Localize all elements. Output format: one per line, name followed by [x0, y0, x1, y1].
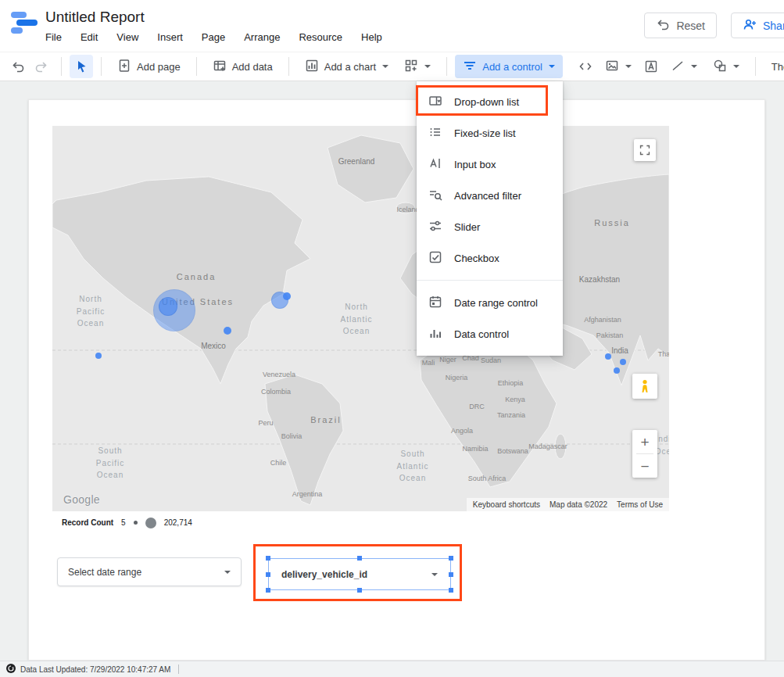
zoom-in-button[interactable]: +	[632, 430, 657, 453]
map-attribution: Keyboard shortcuts Map data ©2022 Terms …	[467, 498, 669, 511]
share-button[interactable]: Share	[731, 13, 784, 38]
checkbox-icon	[428, 250, 442, 267]
google-maps-logo: Google	[63, 493, 100, 506]
toolbar-divider	[755, 57, 756, 76]
menu-edit[interactable]: Edit	[81, 31, 98, 43]
chevron-down-icon	[549, 65, 555, 68]
app-header: Untitled Report File Edit View Insert Pa…	[0, 0, 784, 52]
dropdown-list-control[interactable]: delivery_vehicle_id	[268, 558, 451, 590]
selection-handle[interactable]	[357, 588, 362, 593]
theme-layout-button[interactable]: Theme and layout	[764, 55, 784, 78]
select-tool-button[interactable]	[70, 55, 93, 78]
community-visualizations-button[interactable]	[396, 55, 439, 78]
toolbar: Add page Add data Add a chart Add a cont…	[0, 52, 784, 81]
selection-handle[interactable]	[449, 572, 453, 577]
selection-handle[interactable]	[266, 572, 270, 577]
add-chart-button[interactable]: Add a chart	[297, 55, 397, 78]
input-box-icon	[428, 156, 442, 173]
chevron-down-icon	[625, 65, 632, 68]
status-bar: Data Last Updated: 7/29/2022 10:47:27 AM	[0, 661, 784, 677]
statusbar-divider	[178, 664, 179, 674]
advanced-filter-icon	[428, 188, 442, 204]
add-chart-icon	[305, 59, 319, 75]
menu-item-date-range-control[interactable]: Date range control	[417, 287, 563, 318]
keyboard-shortcuts-link[interactable]: Keyboard shortcuts	[473, 500, 540, 509]
menu-item-data-control[interactable]: Data control	[417, 318, 563, 349]
legend-small-bubble-icon	[134, 521, 138, 525]
slider-icon	[428, 219, 442, 235]
menu-item-advanced-filter[interactable]: Advanced filter	[417, 180, 563, 211]
report-title[interactable]: Untitled Report	[45, 9, 145, 26]
data-studio-logo	[11, 11, 38, 34]
menu-page[interactable]: Page	[202, 31, 225, 43]
menu-item-checkbox[interactable]: Checkbox	[417, 242, 563, 274]
chevron-down-icon	[382, 65, 388, 68]
text-button[interactable]	[639, 55, 663, 78]
add-control-menu: Drop-down list Fixed-size list Input box…	[417, 81, 563, 356]
menu-insert[interactable]: Insert	[157, 31, 183, 43]
chevron-down-icon	[424, 65, 431, 68]
menu-item-input-box[interactable]: Input box	[417, 149, 563, 180]
chevron-down-icon	[224, 571, 231, 574]
filter-control-icon	[463, 59, 477, 75]
zoom-control: + −	[632, 430, 657, 478]
menu-help[interactable]: Help	[361, 31, 382, 43]
map-bubble	[605, 353, 611, 360]
menu-view[interactable]: View	[116, 31, 138, 43]
date-range-icon	[428, 295, 442, 311]
pegman-street-view-icon[interactable]	[632, 374, 657, 399]
map-bubble	[283, 292, 291, 300]
selection-handle[interactable]	[449, 556, 453, 561]
map-bubble	[224, 327, 231, 335]
add-control-button[interactable]: Add a control	[455, 55, 563, 78]
add-data-button[interactable]: Add data	[205, 55, 281, 78]
menu-item-fixed-size-list[interactable]: Fixed-size list	[417, 117, 563, 149]
line-button[interactable]	[663, 55, 705, 78]
embed-button[interactable]	[574, 55, 597, 78]
redo-button[interactable]	[30, 55, 53, 78]
map-bubble	[620, 359, 626, 365]
record-count-legend: Record Count 5 202,714	[62, 517, 192, 528]
toolbar-divider	[446, 57, 447, 76]
map-data-copyright: Map data ©2022	[550, 500, 607, 509]
map-bubble	[95, 353, 102, 359]
zoom-out-button[interactable]: −	[632, 454, 657, 478]
terms-of-use-link[interactable]: Terms of Use	[617, 500, 663, 509]
selection-handle[interactable]	[449, 588, 453, 593]
shape-button[interactable]	[705, 55, 747, 78]
image-button[interactable]	[597, 55, 639, 78]
fullscreen-button[interactable]	[634, 139, 656, 161]
selection-handle[interactable]	[357, 556, 362, 561]
toolbar-divider	[196, 57, 197, 76]
add-data-icon	[213, 59, 227, 75]
selection-handle[interactable]	[266, 588, 270, 593]
undo-button[interactable]	[6, 55, 30, 78]
data-freshness-icon	[6, 664, 16, 675]
menu-arrange[interactable]: Arrange	[244, 31, 280, 43]
bubble-map-chart[interactable]: GreenlandIcelandCanadaRussiaKazakhstanUn…	[52, 126, 669, 511]
menu-item-dropdown-list[interactable]: Drop-down list	[417, 86, 563, 117]
reset-button[interactable]: Reset	[644, 13, 717, 38]
menu-file[interactable]: File	[45, 31, 62, 43]
menu-item-slider[interactable]: Slider	[417, 211, 563, 242]
image-icon	[605, 59, 619, 75]
legend-min-value: 5	[121, 518, 126, 527]
date-range-control[interactable]: Select date range	[57, 557, 242, 586]
add-page-icon	[117, 59, 131, 75]
menu-resource[interactable]: Resource	[299, 31, 342, 43]
fixed-size-list-icon	[428, 125, 442, 141]
map-bubble	[614, 367, 620, 374]
legend-max-value: 202,714	[164, 518, 192, 527]
tutorial-highlight-box: delivery_vehicle_id	[253, 544, 462, 601]
chevron-down-icon	[431, 573, 438, 576]
report-canvas[interactable]: GreenlandIcelandCanadaRussiaKazakhstanUn…	[0, 81, 784, 661]
legend-title: Record Count	[62, 518, 113, 527]
data-control-icon	[428, 326, 442, 342]
person-add-icon	[743, 17, 757, 34]
world-map-land	[52, 126, 669, 511]
selection-handle[interactable]	[266, 556, 270, 561]
chevron-down-icon	[733, 65, 739, 68]
add-page-button[interactable]: Add page	[109, 55, 188, 78]
report-page[interactable]: GreenlandIcelandCanadaRussiaKazakhstanUn…	[28, 99, 765, 661]
toolbar-divider	[288, 57, 289, 76]
